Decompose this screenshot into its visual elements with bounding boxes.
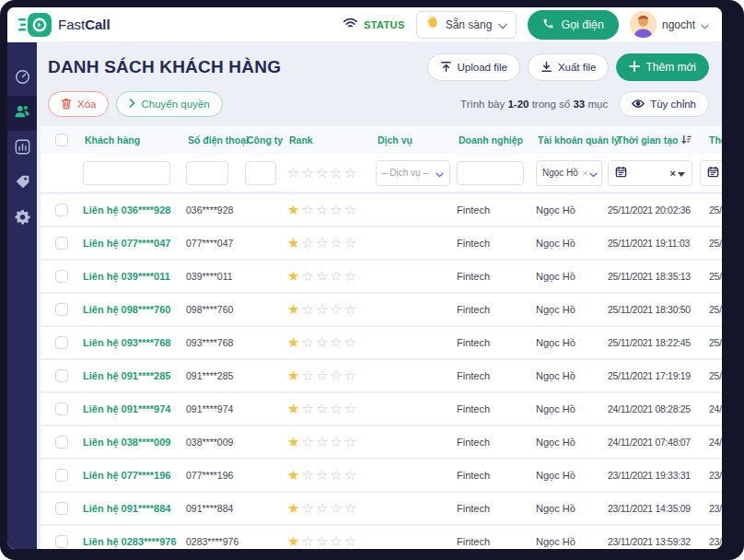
- column-header-created[interactable]: Thời gian tạo: [608, 134, 700, 146]
- row-checkbox[interactable]: [55, 237, 68, 250]
- row-checkbox[interactable]: [55, 204, 68, 216]
- updated-cell: 25/11/2021: [700, 370, 722, 381]
- row-checkbox[interactable]: [55, 270, 68, 283]
- business-cell: Fintech: [457, 536, 536, 547]
- export-file-button[interactable]: Xuất file: [528, 53, 610, 81]
- rank-filter[interactable]: ☆☆☆☆☆: [287, 165, 376, 181]
- add-new-button[interactable]: Thêm mới: [616, 53, 709, 81]
- tag-icon: [15, 174, 30, 193]
- updated-date-filter[interactable]: [700, 160, 722, 186]
- customer-link[interactable]: Liên hệ 077****196: [83, 470, 170, 481]
- transfer-rights-label: Chuyển quyền: [141, 99, 209, 110]
- business-cell: Fintech: [457, 403, 536, 414]
- availability-select[interactable]: Sẵn sàng: [416, 11, 517, 39]
- call-button-label: Gọi điện: [561, 18, 604, 31]
- filter-row: ☆☆☆☆☆ – Dịch vụ – Ngọc Hồ: [41, 154, 722, 194]
- call-button[interactable]: Gọi điện: [528, 10, 619, 40]
- sidebar-item-reports[interactable]: [7, 131, 37, 166]
- customer-link[interactable]: Liên hệ 098****760: [83, 304, 170, 315]
- business-cell: Fintech: [457, 271, 536, 282]
- phone-cell: 038****009: [186, 437, 245, 448]
- username: ngocht: [662, 18, 695, 31]
- row-checkbox[interactable]: [55, 303, 68, 316]
- customer-link[interactable]: Liên hệ 091****884: [83, 503, 170, 514]
- column-header-rank[interactable]: Rank: [287, 134, 376, 146]
- main-content: DANH SÁCH KHÁCH HÀNG Upload file: [37, 42, 722, 549]
- column-header-phone[interactable]: Số điện thoại: [186, 134, 245, 146]
- table-row: Liên hệ 093****768 093****768 ★☆☆☆☆ Fint…: [41, 327, 722, 360]
- created-cell: 25/11/2021 18:30:50: [608, 304, 700, 315]
- select-all-checkbox[interactable]: [55, 134, 68, 146]
- customer-link[interactable]: Liên hệ 039****011: [83, 271, 170, 282]
- business-filter-input[interactable]: [457, 161, 524, 185]
- user-menu[interactable]: ngocht: [630, 11, 709, 38]
- service-filter-value: – Dịch vụ –: [382, 168, 428, 178]
- table-row: Liên hệ 036****928 036****928 ★☆☆☆☆ Fint…: [41, 194, 722, 228]
- upload-file-button[interactable]: Upload file: [427, 53, 520, 81]
- service-filter-select[interactable]: – Dịch vụ –: [376, 160, 450, 186]
- manager-cell: Ngọc Hồ: [536, 437, 608, 448]
- column-header-service[interactable]: Dịch vụ: [376, 134, 457, 146]
- fastcall-logo-icon: [18, 13, 52, 37]
- customer-link[interactable]: Liên hệ 077****047: [83, 238, 170, 249]
- sidebar-item-customers[interactable]: [7, 96, 37, 131]
- column-header-updated[interactable]: Thời gian cập nhật: [700, 134, 722, 146]
- rank-stars: ★☆☆☆☆: [287, 268, 376, 285]
- manager-cell: Ngọc Hồ: [536, 503, 608, 514]
- phone-cell: 093****768: [186, 337, 245, 348]
- row-checkbox[interactable]: [55, 336, 68, 349]
- row-checkbox[interactable]: [55, 535, 68, 548]
- clear-manager-icon[interactable]: ×: [582, 168, 587, 179]
- customer-link[interactable]: Liên hệ 036****928: [83, 204, 170, 216]
- brand-name: FastCall: [58, 17, 110, 32]
- sidebar-item-settings[interactable]: [7, 201, 37, 236]
- updated-cell: 25/11/2021: [700, 337, 722, 348]
- phone-filter-input[interactable]: [186, 161, 228, 185]
- chevron-down-icon: [436, 165, 444, 181]
- manager-filter-select[interactable]: Ngọc Hồ ×: [536, 160, 602, 186]
- chevron-down-icon: [701, 17, 709, 33]
- row-checkbox[interactable]: [55, 402, 68, 415]
- customer-link[interactable]: Liên hệ 038****009: [83, 437, 170, 448]
- plus-icon: [629, 61, 640, 75]
- chart-icon: [15, 139, 30, 158]
- company-filter-input[interactable]: [245, 161, 276, 185]
- transfer-rights-button[interactable]: Chuyển quyền: [116, 91, 222, 117]
- row-checkbox[interactable]: [55, 436, 68, 449]
- manager-cell: Ngọc Hồ: [536, 403, 608, 414]
- row-checkbox[interactable]: [55, 369, 68, 382]
- created-cell: 25/11/2021 17:19:19: [608, 370, 700, 381]
- created-date-filter[interactable]: ×: [608, 160, 692, 186]
- created-cell: 23/11/2021 14:35:09: [608, 503, 700, 514]
- row-checkbox[interactable]: [55, 502, 68, 515]
- table-row: Liên hệ 077****047 077****047 ★☆☆☆☆ Fint…: [41, 228, 722, 261]
- column-header-manager[interactable]: Tài khoản quản lý: [536, 134, 608, 146]
- customer-link[interactable]: Liên hệ 091****974: [83, 403, 170, 414]
- export-file-label: Xuất file: [558, 62, 597, 73]
- pagination-summary: Trình bày 1-20 trong số 33 mục: [460, 99, 608, 110]
- business-cell: Fintech: [457, 437, 536, 448]
- sidebar-item-tags[interactable]: [7, 166, 37, 201]
- rank-stars: ★☆☆☆☆: [287, 467, 376, 484]
- customer-link[interactable]: Liên hệ 0283****976: [83, 536, 177, 547]
- customize-label: Tùy chỉnh: [650, 99, 696, 110]
- app-logo: FastCall: [18, 13, 110, 37]
- phone-cell: 098****760: [186, 304, 245, 315]
- row-checkbox[interactable]: [55, 469, 68, 482]
- column-header-business[interactable]: Doanh nghiệp: [457, 134, 536, 146]
- column-header-customer[interactable]: Khách hàng: [83, 134, 186, 146]
- rank-stars: ★☆☆☆☆: [287, 235, 376, 251]
- clear-date-icon[interactable]: ×: [670, 168, 676, 179]
- delete-label: Xóa: [77, 99, 96, 110]
- sidebar-item-dashboard[interactable]: [7, 61, 37, 96]
- customer-filter-input[interactable]: [83, 161, 170, 185]
- customize-button[interactable]: Tùy chỉnh: [619, 91, 709, 117]
- customer-link[interactable]: Liên hệ 091****285: [83, 370, 170, 381]
- upload-icon: [440, 61, 452, 75]
- delete-button[interactable]: Xóa: [48, 91, 109, 117]
- business-cell: Fintech: [457, 503, 536, 514]
- column-header-company[interactable]: Công ty: [245, 134, 287, 146]
- phone-cell: 039****011: [186, 271, 245, 282]
- created-cell: 23/11/2021 19:33:31: [608, 470, 700, 481]
- customer-link[interactable]: Liên hệ 093****768: [83, 337, 170, 348]
